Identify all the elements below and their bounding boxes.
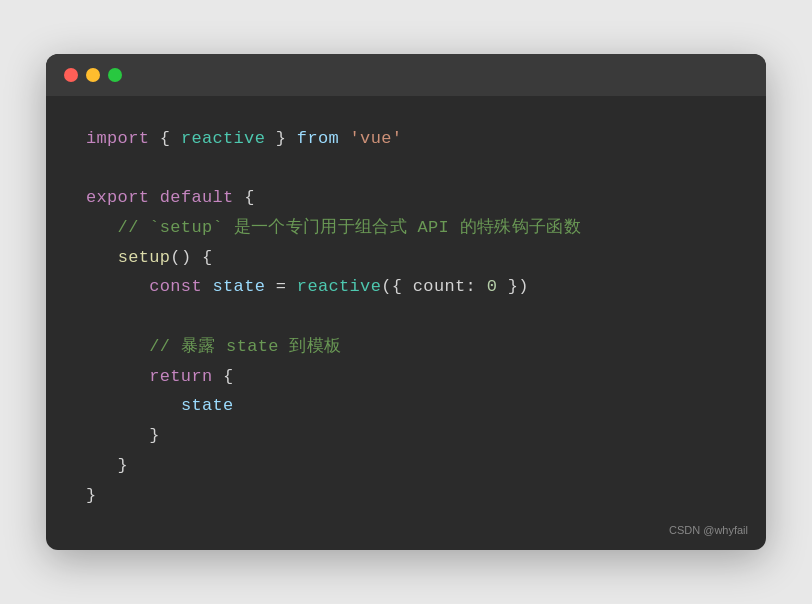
line-comment2: // 暴露 state 到模板 [86, 332, 726, 362]
keyword-from: from [297, 129, 339, 148]
maximize-dot[interactable] [108, 68, 122, 82]
line-return: return { [86, 362, 726, 392]
line-close-return: } [86, 421, 726, 451]
line-blank2 [86, 302, 726, 332]
code-area: import { reactive } from 'vue' export de… [46, 96, 766, 551]
line-close-setup: } [86, 451, 726, 481]
reactive-keyword: reactive [181, 129, 265, 148]
line-setup: setup() { [86, 243, 726, 273]
minimize-dot[interactable] [86, 68, 100, 82]
close-dot[interactable] [64, 68, 78, 82]
line-comment1: // `setup` 是一个专门用于组合式 API 的特殊钩子函数 [86, 213, 726, 243]
line-export: export default { [86, 183, 726, 213]
string-vue: 'vue' [350, 129, 403, 148]
titlebar [46, 54, 766, 96]
line-blank1 [86, 153, 726, 183]
watermark: CSDN @whyfail [669, 524, 748, 536]
code-window: import { reactive } from 'vue' export de… [46, 54, 766, 551]
line-import: import { reactive } from 'vue' [86, 124, 726, 154]
line-const: const state = reactive({ count: 0 }) [86, 272, 726, 302]
keyword-import: import [86, 129, 149, 148]
line-close-export: } [86, 481, 726, 511]
line-state: state [86, 391, 726, 421]
